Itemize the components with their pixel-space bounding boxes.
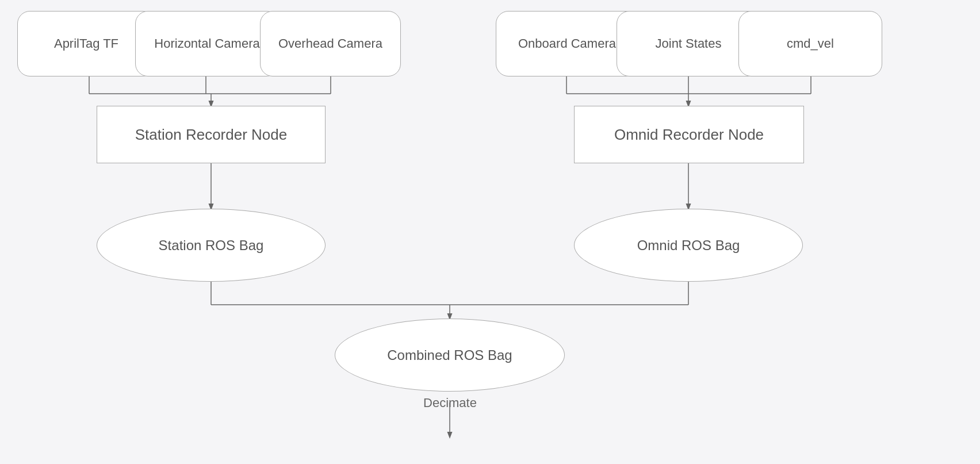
station-recorder-node: Station Recorder Node <box>97 106 326 163</box>
horizontal-camera-label: Horizontal Camera <box>154 36 259 51</box>
cmd-vel-label: cmd_vel <box>787 36 834 51</box>
omnid-bag-node: Omnid ROS Bag <box>574 209 803 282</box>
combined-bag-label: Combined ROS Bag <box>387 347 512 363</box>
station-recorder-label: Station Recorder Node <box>135 126 287 144</box>
omnid-recorder-node: Omnid Recorder Node <box>574 106 804 163</box>
combined-bag-node: Combined ROS Bag <box>335 319 565 392</box>
horizontal-camera-node: Horizontal Camera <box>135 11 279 76</box>
overhead-camera-label: Overhead Camera <box>278 36 382 51</box>
omnid-bag-label: Omnid ROS Bag <box>637 237 740 254</box>
diagram: AprilTag TF Horizontal Camera Overhead C… <box>0 0 980 464</box>
station-bag-label: Station ROS Bag <box>159 237 264 254</box>
decimate-text: Decimate <box>423 396 477 410</box>
overhead-camera-node: Overhead Camera <box>260 11 401 76</box>
cmd-vel-node: cmd_vel <box>738 11 882 76</box>
omnid-recorder-label: Omnid Recorder Node <box>614 126 764 144</box>
apritag-tf-node: AprilTag TF <box>17 11 155 76</box>
onboard-camera-label: Onboard Camera <box>518 36 616 51</box>
decimate-label: Decimate <box>403 396 497 411</box>
apritag-tf-label: AprilTag TF <box>54 36 118 51</box>
station-bag-node: Station ROS Bag <box>97 209 326 282</box>
joint-states-label: Joint States <box>656 36 722 51</box>
